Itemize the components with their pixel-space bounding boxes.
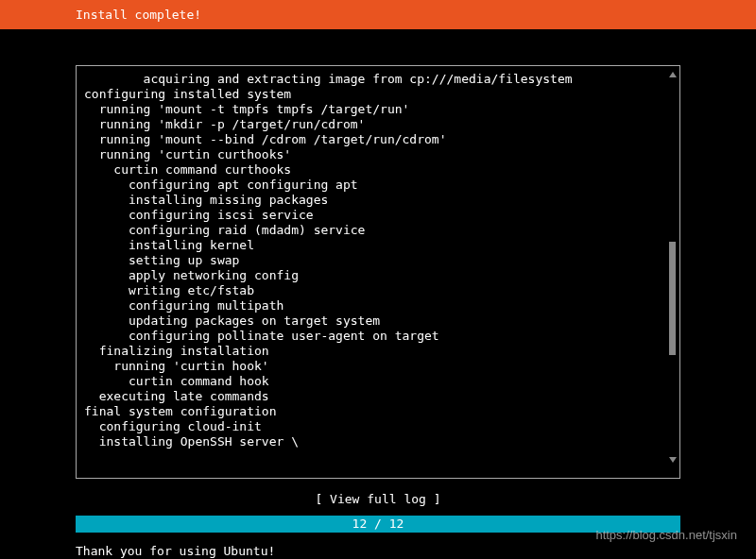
log-lines: acquiring and extracting image from cp:/… [84,72,672,449]
content-area: acquiring and extracting image from cp:/… [0,29,756,506]
view-full-log-button[interactable]: [ View full log ] [76,492,680,506]
progress-bar: 12 / 12 [76,516,680,533]
scrollbar[interactable] [669,72,676,463]
scroll-down-icon[interactable] [669,457,677,463]
progress-text: 12 / 12 [352,517,404,531]
watermark: https://blog.csdn.net/tjsxin [595,528,737,542]
log-box[interactable]: acquiring and extracting image from cp:/… [76,65,680,479]
install-header: Install complete! [0,0,756,29]
header-title: Install complete! [76,8,201,22]
scroll-up-icon[interactable] [669,72,677,77]
scrollbar-thumb[interactable] [669,242,676,355]
